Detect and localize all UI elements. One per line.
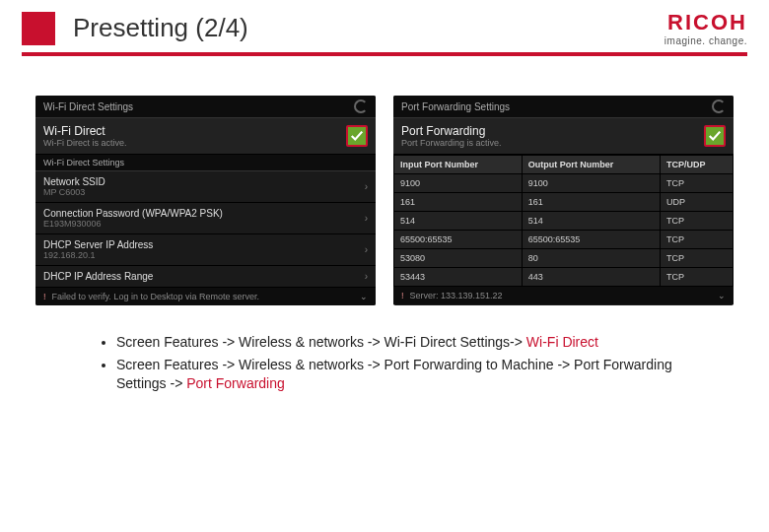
port-table-body: 91009100TCP 161161UDP 514514TCP 65500:65… — [394, 174, 734, 287]
refresh-icon[interactable] — [354, 100, 368, 113]
wifi-direct-panel: Wi-Fi Direct Settings Wi-Fi Direct Wi-Fi… — [35, 96, 376, 305]
panel-top-bar: Wi-Fi Direct Settings — [35, 96, 376, 118]
bullet-list: Screen Features -> Wireless & networks -… — [0, 305, 769, 393]
table-row: 65500:6553565500:65535TCP — [394, 231, 734, 249]
brand-name: RICOH — [664, 10, 747, 35]
col-proto: TCP/UDP — [660, 156, 733, 174]
refresh-icon[interactable] — [712, 100, 726, 113]
toggle-sub: Wi-Fi Direct is active. — [43, 138, 127, 148]
dhcp-ip-row[interactable]: DHCP Server IP Address 192.168.20.1 › — [35, 234, 376, 266]
col-input: Input Port Number — [394, 156, 523, 174]
chevron-down-icon[interactable]: ⌄ — [718, 291, 726, 300]
chevron-right-icon: › — [365, 271, 368, 282]
bullet-2: Screen Features -> Wireless & networks -… — [116, 356, 700, 393]
title-wrap: Presetting (2/4) — [22, 12, 248, 45]
bullet-1: Screen Features -> Wireless & networks -… — [116, 333, 700, 352]
dhcp-ip-value: 192.168.20.1 — [43, 250, 153, 260]
panel-top-title: Port Forwarding Settings — [401, 101, 510, 112]
chevron-right-icon: › — [365, 181, 368, 192]
left-footer-text: Failed to verify. Log in to Desktop via … — [52, 292, 259, 301]
check-icon — [708, 129, 722, 143]
port-forward-checkbox[interactable] — [704, 125, 726, 147]
warn-icon: ! — [401, 291, 404, 300]
chevron-right-icon: › — [365, 213, 368, 224]
chevron-right-icon: › — [365, 244, 368, 255]
port-forward-toggle-row[interactable]: Port Forwarding Port Forwarding is activ… — [393, 118, 734, 155]
toggle-title: Port Forwarding — [401, 124, 502, 138]
toggle-sub: Port Forwarding is active. — [401, 138, 502, 148]
table-row: 161161UDP — [394, 193, 734, 212]
ssid-value: MP C6003 — [43, 187, 105, 197]
wifi-settings-subhead: Wi-Fi Direct Settings — [35, 155, 376, 171]
col-output: Output Port Number — [522, 156, 660, 174]
warn-icon: ! — [43, 292, 46, 301]
wifi-direct-toggle-row[interactable]: Wi-Fi Direct Wi-Fi Direct is active. — [35, 118, 376, 155]
password-row[interactable]: Connection Password (WPA/WPA2 PSK) E193M… — [35, 203, 376, 234]
toggle-labels: Wi-Fi Direct Wi-Fi Direct is active. — [43, 124, 127, 148]
bullet-1-path: Screen Features -> Wireless & networks -… — [116, 334, 526, 350]
screenshots-row: Wi-Fi Direct Settings Wi-Fi Direct Wi-Fi… — [0, 96, 769, 305]
title-bullet-square — [22, 12, 55, 45]
toggle-labels: Port Forwarding Port Forwarding is activ… — [401, 124, 502, 148]
ssid-row[interactable]: Network SSID MP C6003 › — [35, 171, 376, 203]
brand-block: RICOH imagine. change. — [664, 10, 747, 46]
wifi-direct-checkbox[interactable] — [346, 125, 368, 147]
panel-top-bar: Port Forwarding Settings — [393, 96, 734, 118]
table-row: 91009100TCP — [394, 174, 734, 193]
check-icon — [350, 129, 364, 143]
right-footer-text: Server: 133.139.151.22 — [410, 291, 503, 300]
table-row: 514514TCP — [394, 212, 734, 231]
bullet-2-target: Port Forwarding — [186, 375, 285, 391]
table-row: 5308080TCP — [394, 249, 734, 268]
ssid-label: Network SSID — [43, 176, 105, 187]
chevron-down-icon[interactable]: ⌄ — [360, 292, 368, 301]
panel-top-title: Wi-Fi Direct Settings — [43, 101, 133, 112]
slide-header: Presetting (2/4) RICOH imagine. change. — [0, 0, 769, 52]
page-title: Presetting (2/4) — [73, 13, 248, 43]
toggle-title: Wi-Fi Direct — [43, 124, 127, 138]
dhcp-range-label: DHCP IP Address Range — [43, 271, 153, 282]
left-footer: ! Failed to verify. Log in to Desktop vi… — [35, 288, 376, 305]
table-row: 53443443TCP — [394, 268, 734, 287]
password-label: Connection Password (WPA/WPA2 PSK) — [43, 208, 223, 219]
header-rule — [22, 52, 747, 56]
dhcp-ip-label: DHCP Server IP Address — [43, 239, 153, 250]
port-forwarding-panel: Port Forwarding Settings Port Forwarding… — [393, 96, 734, 305]
brand-tagline: imagine. change. — [664, 35, 747, 46]
dhcp-range-row[interactable]: DHCP IP Address Range › — [35, 266, 376, 288]
right-footer: ! Server: 133.139.151.22 ⌄ — [393, 287, 734, 304]
port-table: Input Port Number Output Port Number TCP… — [393, 155, 734, 287]
bullet-1-target: Wi-Fi Direct — [526, 334, 598, 350]
password-value: E193M930006 — [43, 219, 223, 229]
